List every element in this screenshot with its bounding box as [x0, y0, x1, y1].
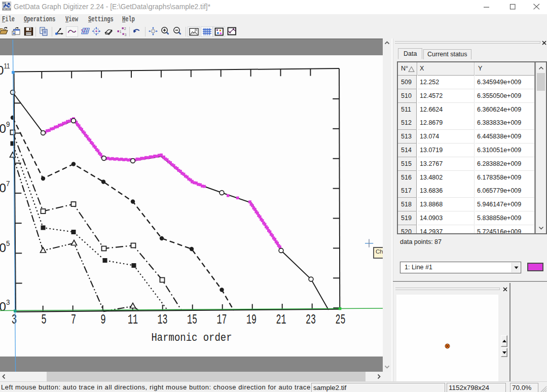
svg-text:15: 15	[187, 312, 197, 328]
svg-text:7: 7	[71, 312, 77, 328]
svg-text:3: 3	[6, 298, 10, 306]
svg-text:9: 9	[6, 120, 10, 128]
svg-text:0: 0	[0, 122, 6, 135]
svg-text:23: 23	[306, 312, 316, 328]
svg-text:7: 7	[6, 179, 10, 188]
svg-text:5: 5	[6, 239, 10, 247]
svg-text:3: 3	[12, 312, 17, 328]
svg-text:9: 9	[100, 312, 106, 328]
svg-text:2: 2	[124, 27, 126, 30]
svg-text:0: 0	[0, 64, 4, 77]
svg-text:0: 0	[0, 182, 6, 195]
svg-text:5: 5	[41, 312, 47, 328]
svg-text:3: 3	[124, 33, 126, 36]
svg-text:19: 19	[246, 312, 257, 328]
svg-text:13: 13	[158, 312, 168, 328]
svg-text:21: 21	[276, 312, 286, 328]
svg-text:0: 0	[0, 241, 6, 255]
svg-text:Harmonic order: Harmonic order	[152, 332, 232, 344]
svg-text:1: 1	[120, 30, 122, 33]
svg-text:11: 11	[4, 61, 10, 70]
svg-text:0: 0	[0, 300, 6, 313]
svg-text:11: 11	[128, 312, 138, 328]
svg-text:25: 25	[336, 312, 346, 328]
svg-text:17: 17	[217, 312, 227, 328]
